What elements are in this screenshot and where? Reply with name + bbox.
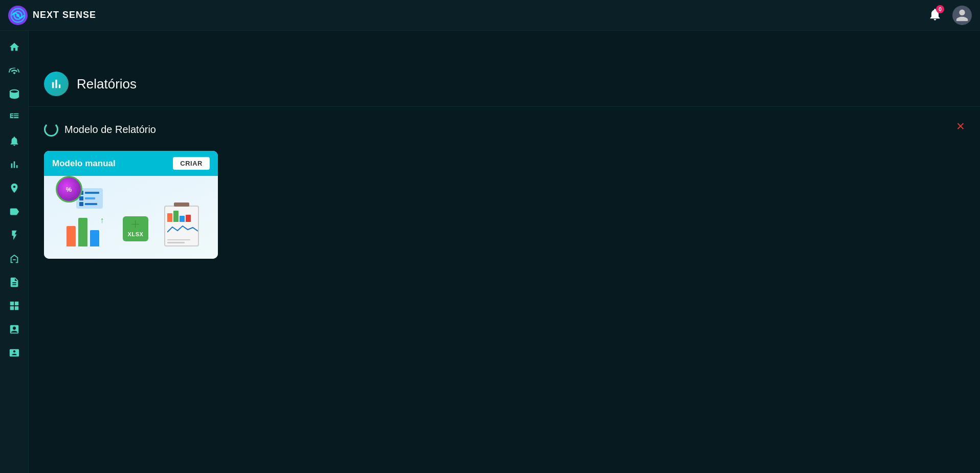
user-icon: [955, 8, 969, 22]
sidebar-item-widget1[interactable]: [4, 319, 25, 340]
spinning-icon: [44, 122, 58, 137]
sidebar-item-filter[interactable]: [4, 107, 25, 128]
page-header: Relatórios: [29, 61, 980, 107]
user-avatar[interactable]: [952, 6, 972, 25]
criar-button[interactable]: CRIAR: [173, 157, 210, 170]
sidebar-item-chart[interactable]: [4, 154, 25, 175]
logo-text: NEXT SENSE: [33, 10, 96, 20]
sidebar-item-alerts[interactable]: [4, 131, 25, 151]
sidebar-item-widget2[interactable]: [4, 343, 25, 363]
topnav-right: 0: [928, 6, 972, 25]
model-card-header: Modelo manual CRIAR: [44, 151, 218, 176]
notification-badge: 0: [936, 5, 944, 13]
page-header-icon: [44, 72, 69, 96]
model-card-title: Modelo manual: [52, 159, 116, 169]
section-title: Modelo de Relatório: [64, 124, 156, 136]
sidebar-item-document[interactable]: [4, 272, 25, 292]
cards-row: Modelo manual CRIAR %: [44, 151, 965, 259]
clipboard-illustration: [164, 202, 199, 246]
main-content: Relatórios Modelo de Relatório × Modelo …: [29, 31, 980, 473]
model-card-manual[interactable]: Modelo manual CRIAR %: [44, 151, 218, 259]
content-area: Modelo de Relatório × Modelo manual CRIA…: [29, 107, 980, 274]
topnav: NEXT SENSE 0: [0, 0, 980, 31]
sidebar-item-sensor[interactable]: [4, 60, 25, 81]
logo-icon: [8, 6, 28, 25]
sidebar-item-tags[interactable]: [4, 201, 25, 222]
sidebar-item-building[interactable]: [4, 249, 25, 269]
notification-button[interactable]: 0: [928, 7, 942, 23]
sidebar-item-bolt[interactable]: [4, 225, 25, 245]
page-title: Relatórios: [77, 76, 137, 92]
section-title-row: Modelo de Relatório: [44, 122, 965, 137]
sidebar-item-location[interactable]: [4, 178, 25, 198]
sidebar-item-layers[interactable]: [4, 84, 25, 104]
reports-icon: [49, 77, 63, 91]
model-card-body: %: [44, 176, 218, 259]
card-illustration: %: [52, 184, 210, 251]
sidebar-item-home[interactable]: [4, 37, 25, 57]
close-button[interactable]: ×: [956, 119, 965, 133]
sidebar: [0, 31, 29, 473]
sidebar-item-grid[interactable]: [4, 296, 25, 316]
logo-area: NEXT SENSE: [8, 6, 96, 25]
